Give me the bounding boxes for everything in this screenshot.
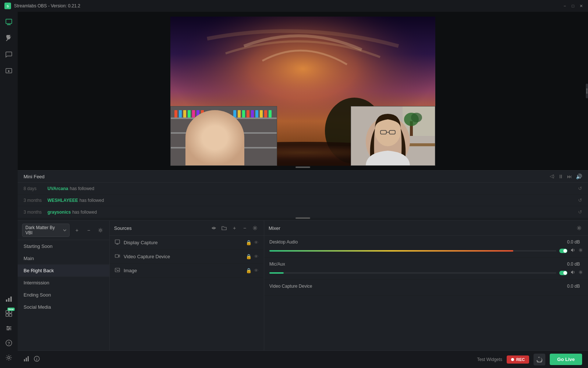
sidebar-item-mixer-icon[interactable] [1, 321, 16, 336]
mixer-track-0[interactable] [269, 250, 556, 252]
mixer-channel-db-2: 0.0 dB [567, 284, 580, 289]
source-add-button[interactable]: + [230, 224, 239, 232]
source-lock-icon-0[interactable]: 🔒 [246, 240, 252, 245]
mixer-volume-icon-1[interactable] [570, 270, 575, 276]
svg-point-69 [254, 227, 256, 229]
scene-item-5[interactable]: Social Media [18, 301, 109, 313]
statusbar-info-icon[interactable]: i [34, 356, 40, 363]
source-eye-icon-1[interactable]: 👁 [254, 254, 259, 259]
sidebar-item-settings[interactable] [1, 350, 16, 365]
svg-rect-30 [171, 132, 277, 134]
rec-indicator [511, 358, 514, 361]
mixer-settings-icon-1[interactable] [578, 270, 583, 276]
close-button[interactable]: ✕ [578, 3, 584, 8]
statusbar-chart-icon[interactable] [24, 356, 29, 363]
mixer-channel-name-0: Desktop Audio [269, 239, 567, 245]
minimize-button[interactable]: − [562, 3, 567, 8]
go-live-button[interactable]: Go Live [550, 354, 582, 365]
source-name-1: Video Capture Device [124, 254, 243, 259]
scenes-panel: Dark Matter By VBI + − Starting Soon Mai… [18, 221, 110, 350]
preview-resize-handle[interactable] [295, 167, 310, 168]
source-item-1[interactable]: Video Capture Device 🔒 👁 [110, 250, 264, 264]
mini-feed-skip-icon[interactable]: ⏭ [567, 174, 572, 179]
source-capture-btn[interactable] [209, 224, 218, 232]
svg-rect-7 [8, 298, 10, 302]
mixer-settings-button[interactable] [575, 224, 584, 232]
source-eye-icon-0[interactable]: 👁 [254, 240, 259, 245]
panels-resize-handle[interactable] [18, 218, 588, 220]
svg-rect-32 [174, 110, 177, 118]
sidebar-item-widgets[interactable]: New [1, 306, 16, 321]
feed-item-replay-1[interactable]: ↺ [578, 197, 582, 203]
svg-point-67 [100, 229, 102, 231]
source-item-2[interactable]: Image 🔒 👁 [110, 264, 264, 278]
mixer-fill-1 [269, 272, 284, 274]
scene-settings-button[interactable] [96, 226, 105, 235]
sidebar-item-media[interactable] [1, 63, 16, 78]
rec-button[interactable]: REC [507, 355, 529, 364]
scene-item-1[interactable]: Main [18, 252, 109, 264]
scene-item-0[interactable]: Starting Soon [18, 240, 109, 252]
source-lock-icon-1[interactable]: 🔒 [246, 254, 252, 259]
scene-item-4[interactable]: Ending Soon [18, 289, 109, 301]
feed-item-time-0: 8 days [24, 186, 47, 191]
mini-feed-filter-icon[interactable]: ⏿ [549, 174, 555, 179]
maximize-button[interactable]: □ [570, 3, 575, 8]
svg-rect-40 [238, 110, 241, 118]
source-icon-2 [115, 267, 121, 274]
webcam-right [351, 106, 435, 166]
mixer-toggle-0[interactable] [559, 249, 567, 253]
mixer-toggle-1[interactable] [559, 271, 567, 275]
sidebar: New ? [0, 12, 18, 368]
feed-item-0: 8 days UVArcana has followed ↺ [18, 183, 588, 194]
mini-feed-controls: ⏿ ⏸ ⏭ 🔊 [549, 174, 582, 179]
sidebar-item-chat[interactable] [1, 47, 16, 62]
svg-rect-51 [234, 129, 238, 134]
svg-point-17 [9, 327, 10, 329]
sidebar-item-stats[interactable] [1, 291, 16, 306]
source-icon-0 [115, 239, 121, 246]
feed-item-replay-0[interactable]: ↺ [578, 186, 582, 191]
sidebar-item-editor[interactable] [1, 15, 16, 29]
mini-feed-pause-icon[interactable]: ⏸ [558, 174, 563, 179]
mixer-title: Mixer [269, 225, 575, 231]
scene-item-3[interactable]: Intermission [18, 277, 109, 289]
scene-collection-dropdown[interactable]: Dark Matter By VBI [22, 224, 70, 237]
source-remove-button[interactable]: − [240, 224, 249, 232]
feed-item-user-2: graysonics [47, 210, 71, 215]
mixer-channel-name-2: Video Capture Device [269, 284, 567, 289]
mini-feed-sound-icon[interactable]: 🔊 [576, 174, 582, 179]
feed-item-time-1: 3 months [24, 198, 47, 203]
scene-name-3: Intermission [24, 280, 49, 285]
svg-rect-10 [9, 311, 12, 313]
feed-item-action-2: has followed [72, 210, 97, 215]
mixer-volume-icon-0[interactable] [570, 248, 575, 254]
source-lock-icon-2[interactable]: 🔒 [246, 268, 252, 273]
source-item-0[interactable]: Display Capture 🔒 👁 [110, 236, 264, 250]
sidebar-item-help[interactable]: ? [1, 336, 16, 350]
scene-name-5: Social Media [24, 304, 51, 310]
sidebar-bottom: New ? [1, 291, 16, 365]
svg-rect-6 [6, 299, 7, 302]
mixer-track-1[interactable] [269, 272, 556, 274]
feed-item-1: 3 months WESHLAYEEE has followed ↺ [18, 194, 588, 206]
svg-text:S: S [7, 4, 9, 8]
scene-add-button[interactable]: + [72, 226, 81, 235]
svg-rect-78 [26, 358, 27, 361]
source-settings-button[interactable] [251, 224, 259, 232]
main-resize-handle[interactable] [586, 84, 588, 98]
scene-remove-button[interactable]: − [84, 226, 93, 235]
svg-rect-37 [196, 110, 199, 118]
source-controls-0: 🔒 👁 [246, 240, 259, 245]
feed-item-replay-2[interactable]: ↺ [578, 209, 582, 215]
window-controls: − □ ✕ [562, 3, 584, 8]
sidebar-item-wrench[interactable] [1, 31, 16, 46]
reset-button[interactable] [534, 354, 545, 365]
svg-rect-71 [116, 244, 118, 245]
source-eye-icon-2[interactable]: 👁 [254, 268, 259, 273]
scene-item-2[interactable]: Be Right Back [18, 264, 109, 277]
mixer-settings-icon-0[interactable] [578, 248, 583, 253]
source-folder-btn[interactable] [220, 224, 229, 232]
svg-rect-46 [264, 110, 267, 118]
scene-name-1: Main [24, 256, 34, 261]
